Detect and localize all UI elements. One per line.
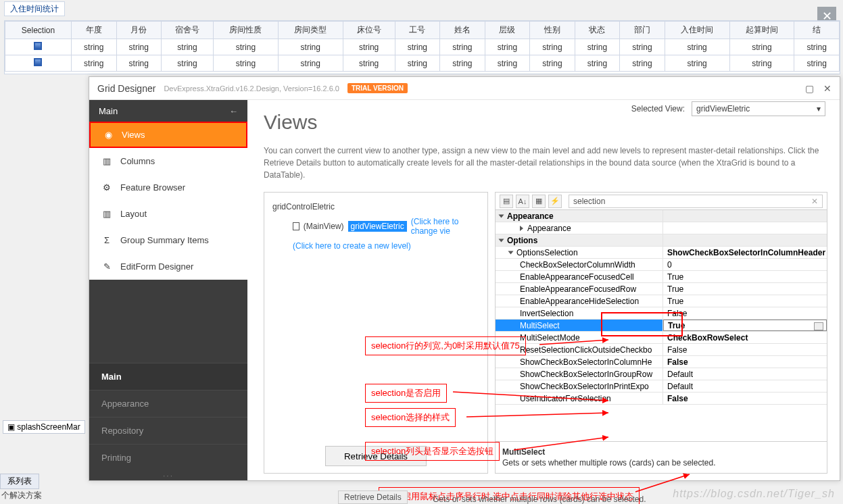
prop-value[interactable]: True bbox=[663, 283, 827, 295]
expand-icon[interactable] bbox=[499, 238, 504, 242]
prop-value[interactable]: Default bbox=[663, 380, 827, 392]
docked-tab-title[interactable]: 入住时间统计 bbox=[4, 1, 65, 16]
prop-CheckBoxSelectorColumnWidth[interactable]: CheckBoxSelectorColumnWidth0 bbox=[496, 259, 827, 271]
grid-cell[interactable]: string bbox=[343, 55, 395, 72]
stray-retrieve-button[interactable]: Retrieve Details bbox=[338, 490, 408, 504]
grid-header[interactable]: Selection bbox=[5, 22, 72, 39]
grid-cell[interactable]: string bbox=[485, 39, 530, 55]
splash-screen-item[interactable]: ▣ splashScreenMar bbox=[3, 420, 85, 434]
prop-value[interactable]: ShowCheckBoxSelectorInColumnHeader bbox=[663, 247, 827, 258]
grid-cell[interactable]: string bbox=[278, 55, 343, 72]
prop-ShowCheckBoxSelectorInPrintExpo[interactable]: ShowCheckBoxSelectorInPrintExpoDefault bbox=[496, 380, 827, 393]
prop-cat-options[interactable]: Options bbox=[496, 234, 827, 247]
close-icon[interactable]: ✕ bbox=[823, 83, 832, 94]
grid-header[interactable]: 部门 bbox=[620, 22, 665, 39]
grid-cell[interactable]: string bbox=[485, 55, 530, 72]
grid-header[interactable]: 房间类型 bbox=[278, 22, 343, 39]
maximize-icon[interactable]: ▢ bbox=[805, 83, 814, 94]
tree-tab[interactable]: 系列表 bbox=[0, 474, 39, 489]
prop-value[interactable]: 0 bbox=[663, 259, 827, 270]
prop-value[interactable]: False bbox=[663, 307, 827, 319]
property-search-input[interactable]: selection ✕ bbox=[569, 195, 823, 208]
create-level-link[interactable]: (Click here to create a new level) bbox=[271, 241, 481, 251]
expand-icon[interactable] bbox=[499, 214, 504, 218]
checkbox-icon[interactable] bbox=[34, 58, 42, 66]
section-repository[interactable]: Repository bbox=[89, 417, 247, 444]
data-grid[interactable]: Selection年度月份宿舍号房间性质房间类型床位号工号姓名层级性别状态部门入… bbox=[4, 20, 840, 74]
grid-cell[interactable]: string bbox=[71, 55, 116, 72]
sidebar-item-feature-browser[interactable]: ⚙Feature Browser bbox=[89, 174, 247, 201]
property-pages-icon[interactable]: ▦ bbox=[532, 195, 546, 208]
section-appearance[interactable]: Appearance bbox=[89, 390, 247, 417]
grid-header[interactable]: 工号 bbox=[395, 22, 440, 39]
clear-search-icon[interactable]: ✕ bbox=[811, 197, 818, 206]
expand-icon[interactable] bbox=[520, 226, 523, 231]
prop-value[interactable]: False bbox=[663, 393, 827, 404]
prop-ShowCheckBoxSelectorInColumnHe[interactable]: ShowCheckBoxSelectorInColumnHeFalse bbox=[496, 356, 827, 368]
grid-header[interactable]: 年度 bbox=[71, 22, 116, 39]
prop-EnableAppearanceHideSelection[interactable]: EnableAppearanceHideSelectionTrue bbox=[496, 295, 827, 307]
grid-cell[interactable]: string bbox=[440, 55, 485, 72]
grid-cell[interactable]: string bbox=[162, 39, 214, 55]
prop-InvertSelection[interactable]: InvertSelectionFalse bbox=[496, 307, 827, 320]
grid-cell[interactable]: string bbox=[575, 55, 620, 72]
sidebar-item-group-summary-items[interactable]: ΣGroup Summary Items bbox=[89, 227, 247, 253]
grid-header[interactable]: 宿舍号 bbox=[162, 22, 214, 39]
prop-ShowCheckBoxSelectorInGroupRow[interactable]: ShowCheckBoxSelectorInGroupRowDefault bbox=[496, 368, 827, 380]
grid-cell[interactable]: string bbox=[343, 39, 395, 55]
back-icon[interactable]: ← bbox=[229, 106, 238, 116]
prop-options-selection[interactable]: OptionsSelectionShowCheckBoxSelectorInCo… bbox=[496, 247, 827, 259]
prop-value[interactable] bbox=[663, 234, 827, 246]
grid-cell[interactable]: string bbox=[620, 39, 665, 55]
grid-cell[interactable] bbox=[5, 55, 72, 72]
sidebar-item-columns[interactable]: ▥Columns bbox=[89, 148, 247, 174]
prop-value[interactable]: Default bbox=[663, 368, 827, 380]
sidebar-item-layout[interactable]: ▥Layout bbox=[89, 201, 247, 227]
grid-cell[interactable]: string bbox=[665, 55, 729, 72]
expand-icon[interactable] bbox=[508, 251, 514, 254]
grid-cell[interactable]: string bbox=[794, 39, 840, 55]
retrieve-details-button[interactable]: Retrieve Details bbox=[325, 446, 427, 466]
grid-cell[interactable]: string bbox=[530, 39, 575, 55]
grid-cell[interactable]: string bbox=[530, 55, 575, 72]
prop-EnableAppearanceFocusedRow[interactable]: EnableAppearanceFocusedRowTrue bbox=[496, 283, 827, 295]
prop-value[interactable]: False bbox=[663, 356, 827, 368]
prop-value[interactable]: True bbox=[663, 320, 827, 331]
prop-EnableAppearanceFocusedCell[interactable]: EnableAppearanceFocusedCellTrue bbox=[496, 271, 827, 283]
views-tree-pane[interactable]: gridControlEletric (MainView) gridViewEl… bbox=[264, 192, 488, 474]
prop-UseIndicatorForSelection[interactable]: UseIndicatorForSelectionFalse bbox=[496, 393, 827, 405]
grid-cell[interactable]: string bbox=[794, 55, 840, 72]
grid-header[interactable]: 房间性质 bbox=[213, 22, 278, 39]
grid-cell[interactable]: string bbox=[665, 39, 729, 55]
sidebar-item-views[interactable]: ◉Views bbox=[89, 122, 247, 148]
grid-cell[interactable]: string bbox=[278, 39, 343, 55]
prop-appearance[interactable]: Appearance bbox=[496, 222, 827, 234]
section-main[interactable]: Main bbox=[89, 363, 247, 390]
grid-header[interactable]: 入住时间 bbox=[665, 22, 729, 39]
grid-cell[interactable]: string bbox=[162, 55, 214, 72]
section-printing[interactable]: Printing bbox=[89, 444, 247, 471]
grid-header[interactable]: 床位号 bbox=[343, 22, 395, 39]
prop-MultiSelect[interactable]: MultiSelectTrue bbox=[496, 320, 827, 332]
grid-header[interactable]: 姓名 bbox=[440, 22, 485, 39]
grid-cell[interactable]: string bbox=[729, 39, 794, 55]
grid-cell[interactable]: string bbox=[440, 39, 485, 55]
prop-ResetSelectionClickOutsideCheckbo[interactable]: ResetSelectionClickOutsideCheckboFalse bbox=[496, 344, 827, 356]
grid-cell[interactable]: string bbox=[620, 55, 665, 72]
sidebar-item-editform-designer[interactable]: ✎EditForm Designer bbox=[89, 253, 247, 280]
grid-cell[interactable]: string bbox=[71, 39, 116, 55]
events-icon[interactable]: ⚡ bbox=[548, 195, 562, 208]
grid-view-name[interactable]: gridViewEletric bbox=[348, 221, 407, 232]
grid-header[interactable]: 层级 bbox=[485, 22, 530, 39]
tree-root[interactable]: gridControlEletric bbox=[271, 199, 481, 214]
grid-cell[interactable]: string bbox=[729, 55, 794, 72]
grid-header[interactable]: 月份 bbox=[116, 22, 162, 39]
prop-value[interactable]: False bbox=[663, 344, 827, 355]
grid-cell[interactable]: string bbox=[395, 39, 440, 55]
grid-cell[interactable]: string bbox=[116, 39, 162, 55]
grid-header[interactable]: 性别 bbox=[530, 22, 575, 39]
prop-value[interactable] bbox=[663, 222, 827, 234]
grid-cell[interactable]: string bbox=[213, 55, 278, 72]
prop-value[interactable]: CheckBoxRowSelect bbox=[663, 332, 827, 343]
alphabetical-icon[interactable]: A↓ bbox=[516, 195, 529, 208]
